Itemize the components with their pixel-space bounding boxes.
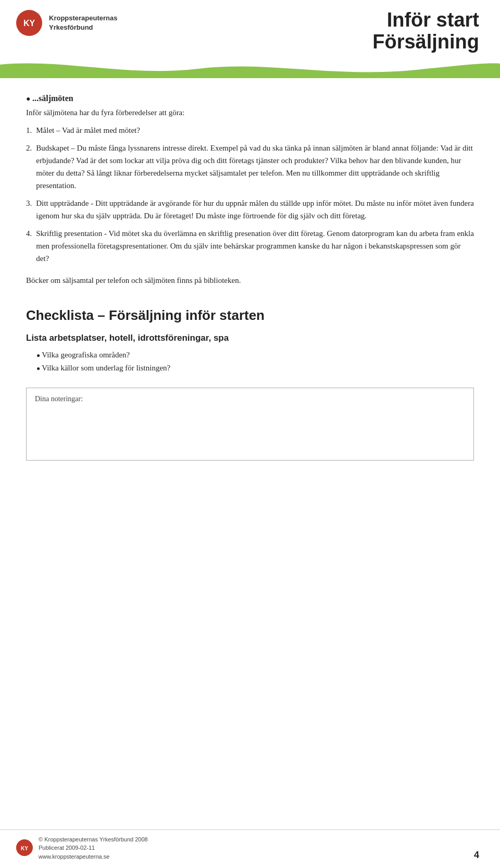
notes-box: Dina noteringar: — [26, 388, 474, 461]
wave-banner — [0, 58, 500, 78]
list-num: 3. — [26, 197, 32, 222]
footer-page-number: 4 — [474, 850, 479, 861]
page-footer: KY © Kroppsterapeuternas Yrkesförbund 20… — [0, 829, 500, 869]
bullet-header: ...säljmöten — [26, 94, 474, 103]
page-header: KY Kroppsterapeuternas Yrkesförbund Infö… — [0, 0, 500, 53]
list-item: 4. Skriftlig presentation - Vid mötet sk… — [26, 227, 474, 265]
list-item: 2. Budskapet – Du måste fånga lyssnarens… — [26, 142, 474, 192]
checklist-heading: Checklista – Försäljning inför starten — [26, 307, 474, 324]
list-text: Ditt uppträdande - Ditt uppträdande är a… — [36, 197, 474, 222]
svg-text:KY: KY — [21, 846, 28, 851]
list-item: 1. Målet – Vad är målet med mötet? — [26, 124, 474, 137]
footer-text: © Kroppsterapeuternas Yrkesförbund 2008 … — [39, 835, 148, 861]
svg-text:KY: KY — [23, 19, 35, 28]
list-num: 4. — [26, 227, 32, 265]
title-area: Inför start Försäljning — [372, 9, 479, 53]
logo-area: KY Kroppsterapeuternas Yrkesförbund — [16, 9, 117, 36]
footer-left: KY © Kroppsterapeuternas Yrkesförbund 20… — [16, 835, 148, 861]
notes-label: Dina noteringar: — [35, 395, 83, 403]
checklist-bullets: Vilka geografiska områden? Vilka källor … — [26, 349, 474, 375]
list-num: 1. — [26, 124, 32, 137]
numbered-list: 1. Målet – Vad är målet med mötet? 2. Bu… — [26, 124, 474, 265]
checklist-item: Vilka geografiska områden? — [36, 349, 474, 362]
checklist-sub: Lista arbetsplatser, hotell, idrottsföre… — [26, 333, 474, 343]
list-text: Skriftlig presentation - Vid mötet ska d… — [36, 227, 474, 265]
list-text: Budskapet – Du måste fånga lyssnarens in… — [36, 142, 474, 192]
checklist-item: Vilka källor som underlag för listningen… — [36, 362, 474, 375]
list-item: 3. Ditt uppträdande - Ditt uppträdande ä… — [26, 197, 474, 222]
list-text: Målet – Vad är målet med mötet? — [36, 124, 140, 137]
logo-text: Kroppsterapeuternas Yrkesförbund — [49, 14, 117, 32]
footer-logo-icon: KY — [16, 839, 33, 857]
list-num: 2. — [26, 142, 32, 192]
main-content: ...säljmöten Inför säljmötena har du fyr… — [0, 78, 500, 487]
library-note: Böcker om säljsamtal per telefon och säl… — [26, 274, 474, 287]
page-title: Inför start Försäljning — [372, 9, 479, 53]
logo-icon: KY — [16, 9, 43, 36]
intro-text: Inför säljmötena har du fyra förberedels… — [26, 106, 474, 119]
